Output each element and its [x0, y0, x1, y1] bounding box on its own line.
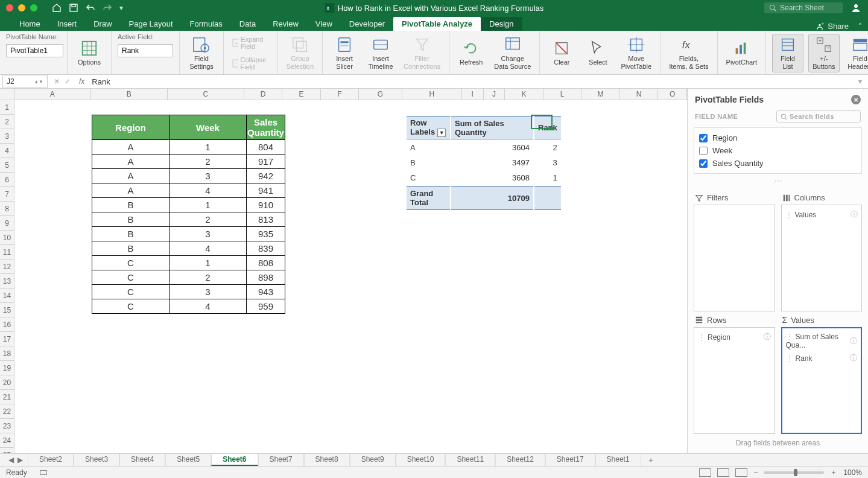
sheet-tab-sheet4[interactable]: Sheet4: [119, 454, 165, 466]
table-cell[interactable]: 2: [169, 212, 247, 227]
sheet-tab-sheet5[interactable]: Sheet5: [165, 454, 211, 466]
insert-slicer-button[interactable]: Insert Slicer: [329, 34, 360, 72]
tab-draw[interactable]: Draw: [85, 17, 120, 31]
table-cell[interactable]: 942: [247, 169, 285, 183]
column-header-G[interactable]: G: [359, 89, 402, 100]
column-header-D[interactable]: D: [244, 89, 283, 100]
values-drop-area[interactable]: ⋮Sum of Sales Qua...ⓘ⋮Rankⓘ: [781, 327, 863, 434]
table-cell[interactable]: C: [92, 270, 169, 285]
search-fields-input[interactable]: Search fields: [776, 110, 861, 123]
page-break-view-button[interactable]: [735, 468, 747, 477]
area-item[interactable]: ⋮Sum of Sales Qua...ⓘ: [785, 331, 859, 351]
table-cell[interactable]: 804: [247, 140, 285, 155]
table-cell[interactable]: 4: [169, 241, 247, 256]
qat-customize-icon[interactable]: ▾: [119, 4, 123, 12]
share-button[interactable]: Share: [828, 22, 849, 31]
accessibility-icon[interactable]: [39, 468, 48, 477]
worksheet-grid[interactable]: ABCDEFGHIJKLMNO 123456789101112131415161…: [0, 89, 687, 453]
row-header-13[interactable]: 13: [0, 274, 14, 288]
row-header-20[interactable]: 20: [0, 375, 14, 390]
row-header-18[interactable]: 18: [0, 346, 14, 361]
info-icon[interactable]: ⓘ: [850, 353, 857, 363]
row-header-7[interactable]: 7: [0, 187, 14, 202]
table-cell[interactable]: 2: [169, 155, 247, 169]
table-cell[interactable]: 3: [169, 227, 247, 241]
table-cell[interactable]: 2: [169, 270, 247, 285]
table-cell[interactable]: 941: [247, 183, 285, 198]
sheet-tab-sheet8[interactable]: Sheet8: [304, 454, 350, 466]
table-cell[interactable]: C: [92, 285, 169, 299]
table-cell[interactable]: C: [92, 299, 169, 314]
normal-view-button[interactable]: [699, 468, 711, 477]
pivot-cell[interactable]: 2: [534, 141, 561, 155]
tab-insert[interactable]: Insert: [49, 17, 86, 31]
filter-connections-button[interactable]: Filter Connections: [401, 34, 443, 72]
area-item[interactable]: ⋮Rankⓘ: [785, 351, 859, 365]
options-button[interactable]: Options: [74, 38, 105, 68]
zoom-in-button[interactable]: ＋: [830, 467, 837, 477]
sheet-tab-sheet10[interactable]: Sheet10: [396, 454, 446, 466]
table-cell[interactable]: 910: [247, 198, 285, 212]
field-checkbox-sales-quantity[interactable]: Sales Quantity: [699, 157, 857, 170]
pivot-cell[interactable]: 1: [534, 171, 561, 185]
move-pivottable-button[interactable]: Move PivotTable: [618, 34, 654, 72]
refresh-button[interactable]: Refresh: [455, 38, 487, 68]
close-panel-icon[interactable]: ✕: [851, 95, 861, 104]
sheet-tab-sheet17[interactable]: Sheet17: [545, 454, 595, 466]
select-button[interactable]: Select: [582, 38, 613, 68]
columns-drop-area[interactable]: ⋮Valuesⓘ: [781, 205, 863, 311]
active-field-input[interactable]: [118, 44, 173, 57]
pivot-header[interactable]: Row Labels▼: [407, 116, 450, 139]
field-checkbox-week[interactable]: Week: [699, 144, 857, 157]
undo-icon[interactable]: [86, 3, 95, 13]
row-header-5[interactable]: 5: [0, 158, 14, 173]
row-header-9[interactable]: 9: [0, 216, 14, 231]
redo-icon[interactable]: [103, 3, 112, 13]
row-header-15[interactable]: 15: [0, 303, 14, 317]
table-cell[interactable]: 1: [169, 256, 247, 270]
sheet-tab-sheet7[interactable]: Sheet7: [258, 454, 304, 466]
pivot-grand-total[interactable]: Grand Total: [407, 186, 450, 210]
table-cell[interactable]: A: [92, 155, 169, 169]
sheet-tab-sheet3[interactable]: Sheet3: [74, 454, 119, 466]
column-header-C[interactable]: C: [168, 89, 244, 100]
collapse-ribbon-icon[interactable]: ˄: [852, 22, 868, 31]
table-cell[interactable]: 808: [247, 256, 285, 270]
sheet-tab-sheet9[interactable]: Sheet9: [350, 454, 396, 466]
enter-formula-icon[interactable]: ✓: [65, 77, 71, 86]
prev-sheet-button[interactable]: ◀: [8, 456, 14, 464]
tab-design[interactable]: Design: [481, 17, 522, 31]
column-header-A[interactable]: A: [14, 89, 91, 100]
collapse-field-button[interactable]: −Collapse Field: [230, 55, 271, 72]
fx-label[interactable]: fx: [74, 77, 89, 86]
sheet-tab-sheet12[interactable]: Sheet12: [495, 454, 545, 466]
row-header-3[interactable]: 3: [0, 129, 14, 144]
field-list-button[interactable]: Field List: [772, 34, 803, 72]
filters-drop-area[interactable]: [694, 205, 775, 311]
clear-button[interactable]: Clear: [546, 38, 577, 68]
pivot-grand-total[interactable]: 10709: [451, 186, 533, 210]
info-icon[interactable]: ⓘ: [850, 336, 857, 346]
name-box[interactable]: J2 ▲▼: [2, 75, 48, 88]
column-header-L[interactable]: L: [543, 89, 582, 100]
pivottable-name-input[interactable]: [6, 44, 63, 57]
row-header-17[interactable]: 17: [0, 332, 14, 346]
row-header-10[interactable]: 10: [0, 231, 14, 245]
account-icon[interactable]: [851, 3, 861, 13]
column-header-E[interactable]: E: [282, 89, 321, 100]
tab-developer[interactable]: Developer: [341, 17, 393, 31]
dropdown-icon[interactable]: ▼: [437, 129, 446, 137]
row-header-23[interactable]: 23: [0, 419, 14, 433]
row-header-12[interactable]: 12: [0, 260, 14, 274]
tab-page-layout[interactable]: Page Layout: [121, 17, 182, 31]
row-header-2[interactable]: 2: [0, 115, 14, 129]
table-cell[interactable]: B: [92, 241, 169, 256]
pivot-grand-total[interactable]: [534, 186, 561, 210]
next-sheet-button[interactable]: ▶: [17, 456, 23, 464]
search-sheet-box[interactable]: Search Sheet: [764, 2, 843, 13]
row-header-11[interactable]: 11: [0, 245, 14, 260]
column-header-F[interactable]: F: [321, 89, 360, 100]
column-header-J[interactable]: J: [484, 89, 505, 100]
area-item[interactable]: ⋮Valuesⓘ: [784, 208, 860, 221]
minimize-window-button[interactable]: [18, 4, 25, 11]
